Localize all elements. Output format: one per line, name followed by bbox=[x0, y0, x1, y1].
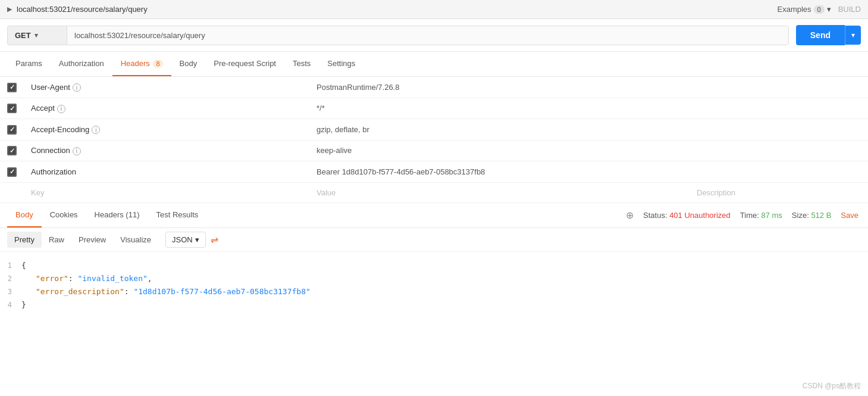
checkbox-0[interactable] bbox=[7, 83, 17, 92]
header-key-1: Accepti bbox=[24, 98, 309, 119]
code-line-3: 3 "error_description": "1d8d107b-f577-4d… bbox=[5, 285, 863, 298]
time-value: 87 ms bbox=[761, 211, 782, 220]
tab-prerequest[interactable]: Pre-request Script bbox=[205, 52, 284, 76]
status-label: Status: 401 Unauthorized bbox=[643, 211, 731, 220]
header-key-0: User-Agenti bbox=[24, 77, 309, 98]
code-line-1: 1 { bbox=[5, 259, 863, 272]
table-row: User-Agenti PostmanRuntime/7.26.8 bbox=[0, 77, 868, 98]
header-desc-3 bbox=[690, 140, 868, 161]
info-icon-3[interactable]: i bbox=[73, 147, 81, 155]
response-tabs-bar: Body Cookies Headers (11) Test Results ⊕… bbox=[0, 203, 868, 228]
format-raw[interactable]: Raw bbox=[42, 232, 71, 248]
headers-table: User-Agenti PostmanRuntime/7.26.8 Accept… bbox=[0, 77, 868, 203]
format-visualize[interactable]: Visualize bbox=[113, 232, 158, 248]
method-dropdown-icon: ▾ bbox=[35, 32, 38, 39]
size-value: 512 B bbox=[811, 211, 831, 220]
header-key-2: Accept-Encodingi bbox=[24, 119, 309, 141]
checkbox-cell-1[interactable] bbox=[0, 98, 24, 119]
tab-body[interactable]: Body bbox=[171, 52, 206, 76]
build-button[interactable]: BUILD bbox=[838, 5, 861, 14]
response-tab-cookies[interactable]: Cookies bbox=[42, 203, 86, 227]
time-label: Time: 87 ms bbox=[740, 211, 782, 220]
info-icon-2[interactable]: i bbox=[92, 126, 100, 134]
placeholder-value[interactable]: Value bbox=[309, 182, 690, 202]
url-bar-text: localhost:53021/resource/salary/query bbox=[17, 5, 773, 14]
format-select[interactable]: JSON ▾ bbox=[165, 232, 206, 248]
watermark: CSDN @ps酷教程 bbox=[803, 381, 861, 391]
url-input[interactable] bbox=[67, 26, 789, 45]
header-key-3: Connectioni bbox=[24, 140, 309, 161]
checkbox-1[interactable] bbox=[7, 104, 17, 113]
examples-arrow-icon: ▾ bbox=[827, 5, 831, 14]
header-desc-4 bbox=[690, 161, 868, 183]
code-area: 1 { 2 "error": "invalid_token", 3 "error… bbox=[0, 252, 868, 319]
checkbox-2[interactable] bbox=[7, 125, 17, 135]
response-tab-body[interactable]: Body bbox=[7, 203, 42, 227]
format-pretty[interactable]: Pretty bbox=[7, 232, 42, 248]
examples-badge: 0 bbox=[814, 5, 825, 14]
checkbox-4[interactable] bbox=[7, 167, 17, 177]
header-desc-2 bbox=[690, 119, 868, 141]
examples-button[interactable]: Examples 0 ▾ bbox=[778, 5, 831, 14]
tab-tests[interactable]: Tests bbox=[284, 52, 319, 76]
header-value-1: */* bbox=[309, 98, 690, 119]
tab-params[interactable]: Params bbox=[7, 52, 51, 76]
header-value-3: keep-alive bbox=[309, 140, 690, 161]
code-line-4: 4 } bbox=[5, 298, 863, 311]
url-bar: ▶ localhost:53021/resource/salary/query … bbox=[0, 0, 868, 19]
response-status-bar: ⊕ Status: 401 Unauthorized Time: 87 ms S… bbox=[626, 210, 861, 221]
response-tab-test-results[interactable]: Test Results bbox=[148, 203, 207, 227]
method-label: GET bbox=[15, 31, 31, 40]
request-tabs-bar: Params Authorization Headers 8 Body Pre-… bbox=[0, 52, 868, 77]
table-row: Accepti */* bbox=[0, 98, 868, 119]
checkbox-cell-2[interactable] bbox=[0, 119, 24, 141]
checkbox-cell-4[interactable] bbox=[0, 161, 24, 183]
tab-headers[interactable]: Headers 8 bbox=[112, 52, 171, 76]
format-arrow-icon: ▾ bbox=[195, 235, 199, 244]
collapse-arrow[interactable]: ▶ bbox=[7, 5, 12, 13]
header-value-0: PostmanRuntime/7.26.8 bbox=[309, 77, 690, 98]
wrap-icon[interactable]: ⇌ bbox=[211, 234, 218, 245]
info-icon-0[interactable]: i bbox=[73, 83, 81, 92]
tab-authorization[interactable]: Authorization bbox=[51, 52, 112, 76]
header-value-2: gzip, deflate, br bbox=[309, 119, 690, 141]
table-row: Accept-Encodingi gzip, deflate, br bbox=[0, 119, 868, 141]
send-button-group: Send ▾ bbox=[796, 25, 861, 45]
format-bar: Pretty Raw Preview Visualize JSON ▾ ⇌ bbox=[0, 228, 868, 252]
header-value-4: Bearer 1d8d107b-f577-4d56-aeb7-058bc3137… bbox=[309, 161, 690, 183]
info-icon-1[interactable]: i bbox=[57, 105, 65, 113]
send-button[interactable]: Send bbox=[796, 25, 845, 45]
headers-badge: 8 bbox=[153, 60, 162, 68]
globe-icon: ⊕ bbox=[626, 210, 634, 221]
table-row: Connectioni keep-alive bbox=[0, 140, 868, 161]
method-select[interactable]: GET ▾ bbox=[7, 26, 67, 45]
send-dropdown-button[interactable]: ▾ bbox=[845, 26, 861, 45]
header-key-4: Authorization bbox=[24, 161, 309, 183]
placeholder-key[interactable]: Key bbox=[24, 182, 309, 202]
request-bar: GET ▾ Send ▾ bbox=[0, 19, 868, 52]
header-desc-0 bbox=[690, 77, 868, 98]
save-button[interactable]: Save bbox=[841, 211, 858, 220]
checkbox-3[interactable] bbox=[7, 146, 17, 155]
header-desc-1 bbox=[690, 98, 868, 119]
status-code: 401 Unauthorized bbox=[669, 211, 731, 220]
code-line-2: 2 "error": "invalid_token", bbox=[5, 272, 863, 285]
table-row-placeholder: Key Value Description bbox=[0, 182, 868, 202]
checkbox-cell-3[interactable] bbox=[0, 140, 24, 161]
url-bar-actions: Examples 0 ▾ BUILD bbox=[778, 5, 861, 14]
size-label: Size: 512 B bbox=[792, 211, 832, 220]
tab-settings[interactable]: Settings bbox=[319, 52, 364, 76]
table-row: Authorization Bearer 1d8d107b-f577-4d56-… bbox=[0, 161, 868, 183]
checkbox-cell-0[interactable] bbox=[0, 77, 24, 98]
placeholder-desc: Description bbox=[690, 182, 868, 202]
format-preview[interactable]: Preview bbox=[71, 232, 113, 248]
response-tab-headers[interactable]: Headers (11) bbox=[86, 203, 148, 227]
